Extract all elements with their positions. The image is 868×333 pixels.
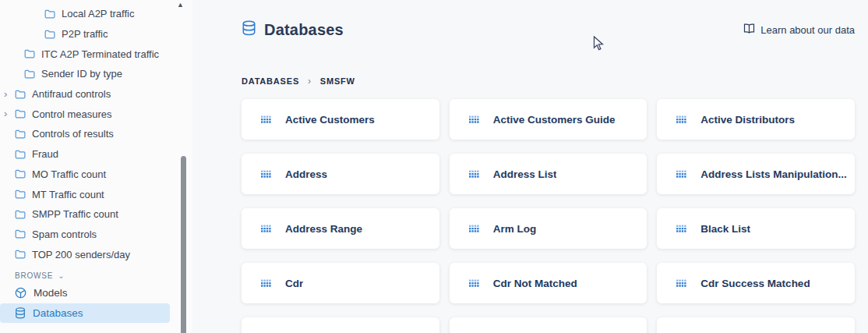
database-card-address-lists-manipulation[interactable]: Address Lists Manipulation... xyxy=(657,154,855,194)
breadcrumb-smsfw[interactable]: SMSFW xyxy=(320,76,355,86)
folder-icon xyxy=(44,9,55,19)
database-card-black-list[interactable]: Black List xyxy=(657,208,855,249)
tree-item-label: Antifraud controls xyxy=(32,88,111,100)
table-grid-icon xyxy=(469,225,479,233)
main-header: Databases Learn about our data xyxy=(242,20,855,39)
database-card-partial[interactable] xyxy=(242,317,439,333)
tree-item-smpp-traffic-count[interactable]: SMPP Traffic count xyxy=(0,204,192,225)
sidebar-item-label: Models xyxy=(34,287,68,299)
table-grid-icon xyxy=(261,225,271,233)
sidebar-item-databases[interactable]: Databases xyxy=(0,303,170,324)
database-card-cdr[interactable]: Cdr xyxy=(242,263,439,303)
database-card-arm-log[interactable]: Arm Log xyxy=(450,208,647,249)
table-grid-icon xyxy=(261,170,271,179)
tree-item-p2p-traffic[interactable]: P2P traffic xyxy=(0,24,192,44)
breadcrumb: DATABASES › SMSFW xyxy=(242,76,855,87)
table-grid-icon xyxy=(676,279,686,288)
browse-label: BROWSE xyxy=(15,271,53,280)
tree-item-spam-controls[interactable]: Spam controls xyxy=(0,225,192,245)
tree-item-label: MT Traffic count xyxy=(32,189,104,200)
card-label: Address Range xyxy=(285,223,362,235)
table-grid-icon xyxy=(261,115,271,124)
folder-icon xyxy=(15,190,26,199)
open-book-icon xyxy=(743,23,755,36)
tree-item-itc-a2p-terminated-traffic[interactable]: ITC A2P Terminated traffic xyxy=(0,44,192,64)
card-label: Cdr Not Matched xyxy=(493,278,577,289)
tree-item-local-a2p-traffic[interactable]: Local A2P traffic xyxy=(0,4,192,24)
folder-icon xyxy=(15,150,26,159)
tree-item-controls-of-results[interactable]: Controls of results xyxy=(0,124,192,144)
tree-item-fraud[interactable]: Fraud xyxy=(0,144,192,165)
table-grid-icon xyxy=(469,115,479,124)
card-label: Active Distributors xyxy=(700,114,795,126)
folder-icon xyxy=(44,30,55,39)
card-label: Active Customers Guide xyxy=(493,114,616,126)
folder-icon xyxy=(15,129,26,139)
database-card-active-customers[interactable]: Active Customers xyxy=(242,99,439,140)
tree-item-sender-id-by-type[interactable]: Sender ID by type xyxy=(0,64,192,84)
learn-link-label: Learn about our data xyxy=(760,24,855,36)
tree-item-label: MO Traffic count xyxy=(32,168,106,180)
card-label: Address List xyxy=(493,168,557,180)
database-card-cdr-success-matched[interactable]: Cdr Success Matched xyxy=(657,263,855,303)
folder-icon xyxy=(15,229,26,239)
databases-title-icon xyxy=(242,20,256,39)
tree-item-antifraud-controls[interactable]: › Antifraud controls xyxy=(0,84,192,105)
tree-item-label: TOP 200 senders/day xyxy=(32,249,130,260)
folder-icon xyxy=(15,250,26,259)
folder-icon xyxy=(15,90,26,99)
tree-item-mo-traffic-count[interactable]: MO Traffic count xyxy=(0,165,192,185)
database-icon xyxy=(15,307,26,319)
browse-section-header[interactable]: BROWSE ⌄ xyxy=(15,271,192,280)
chevron-right-icon[interactable]: › xyxy=(4,108,7,119)
database-card-active-distributors[interactable]: Active Distributors xyxy=(657,99,855,140)
card-label: Cdr xyxy=(285,278,303,289)
tree-item-control-measures[interactable]: › Control measures xyxy=(0,104,192,124)
card-label: Black List xyxy=(700,223,750,235)
database-card-address-range[interactable]: Address Range xyxy=(242,208,439,249)
breadcrumb-separator-icon: › xyxy=(308,76,312,87)
model-sphere-icon xyxy=(15,287,26,299)
tree-item-label: Controls of results xyxy=(32,128,114,140)
folder-icon xyxy=(15,169,26,179)
table-grid-icon xyxy=(676,225,686,233)
tree-item-label: SMPP Traffic count xyxy=(32,208,118,220)
sidebar: ▲ Local A2P traffic P2P traffic ITC A2P … xyxy=(0,0,192,333)
table-grid-icon xyxy=(469,279,479,288)
tree-item-label: Control measures xyxy=(32,108,112,120)
sidebar-scrollbar[interactable] xyxy=(181,156,186,333)
tree-item-label: Sender ID by type xyxy=(41,68,122,80)
database-card-partial[interactable] xyxy=(657,317,855,333)
card-label: Cdr Success Matched xyxy=(700,278,810,289)
database-card-address-list[interactable]: Address List xyxy=(450,154,647,194)
table-grid-icon xyxy=(469,170,479,179)
database-tree: Local A2P traffic P2P traffic ITC A2P Te… xyxy=(0,4,192,264)
learn-about-data-link[interactable]: Learn about our data xyxy=(743,23,855,36)
tree-item-label: Spam controls xyxy=(32,228,97,240)
tree-item-mt-traffic-count[interactable]: MT Traffic count xyxy=(0,184,192,204)
page-title: Databases xyxy=(264,21,344,39)
tree-item-top-200-senders-day[interactable]: TOP 200 senders/day xyxy=(0,244,192,264)
table-grid-icon xyxy=(676,115,686,124)
card-label: Arm Log xyxy=(493,223,537,235)
database-card-active-customers-guide[interactable]: Active Customers Guide xyxy=(450,99,647,140)
table-grid-icon xyxy=(261,279,271,288)
tree-item-label: Local A2P traffic xyxy=(62,8,134,19)
folder-icon xyxy=(24,49,35,58)
chevron-down-icon: ⌄ xyxy=(58,271,65,280)
tree-item-label: P2P traffic xyxy=(62,28,108,40)
database-card-cdr-not-matched[interactable]: Cdr Not Matched xyxy=(450,263,647,303)
database-card-partial[interactable] xyxy=(450,317,647,333)
folder-icon xyxy=(24,69,35,79)
card-label: Address Lists Manipulation... xyxy=(700,168,847,180)
database-card-address[interactable]: Address xyxy=(242,154,439,194)
main-content: Databases Learn about our data DATABASES… xyxy=(192,0,868,333)
chevron-right-icon[interactable]: › xyxy=(4,88,7,98)
breadcrumb-databases[interactable]: DATABASES xyxy=(242,76,299,86)
tree-item-label: ITC A2P Terminated traffic xyxy=(41,48,159,60)
card-label: Address xyxy=(285,168,327,180)
tree-item-label: Fraud xyxy=(32,148,58,160)
sidebar-item-models[interactable]: Models xyxy=(0,283,170,303)
table-grid-icon xyxy=(676,170,686,179)
folder-icon xyxy=(15,109,26,119)
